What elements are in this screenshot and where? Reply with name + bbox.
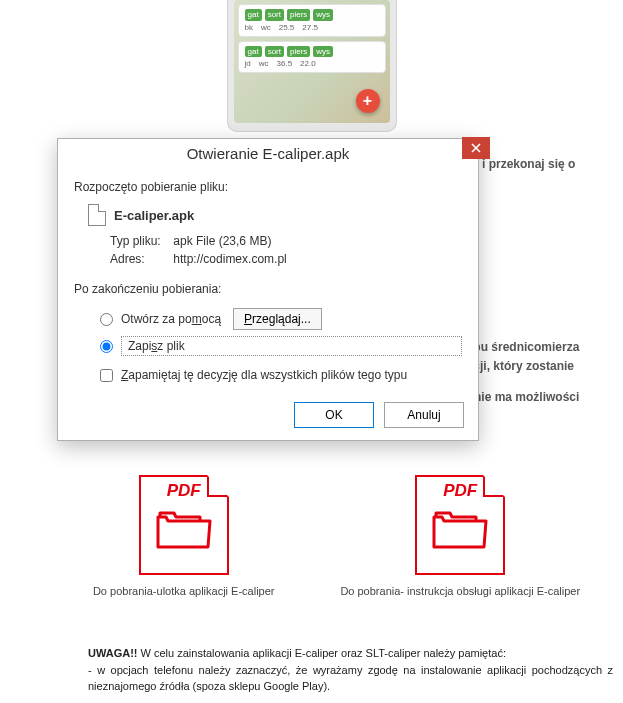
tag: sort — [265, 46, 284, 58]
tag: wys — [313, 46, 333, 58]
pdf-caption: Do pobrania-ulotka aplikacji E-caliper — [93, 585, 275, 597]
pdf-icon: PDF — [139, 475, 229, 575]
file-icon — [88, 204, 106, 226]
background-text: a. — [460, 402, 613, 421]
radio-open-with[interactable] — [100, 313, 113, 326]
card-value: jd — [245, 59, 251, 68]
card-value: bk — [245, 23, 253, 32]
dialog-section-label: Po zakończeniu pobierania: — [74, 282, 462, 296]
warning-strong: UWAGA!! — [88, 647, 138, 659]
card-value: 22.0 — [300, 59, 316, 68]
action-radio-group: Otwórz za pomocą Przeglądaj... Zapisz pl… — [100, 308, 462, 356]
file-address-value: http://codimex.com.pl — [173, 252, 286, 266]
browse-button[interactable]: Przeglądaj... — [233, 308, 322, 330]
ok-button[interactable]: OK — [294, 402, 374, 428]
remember-label: Zapamiętaj tę decyzję dla wszystkich pli… — [121, 368, 407, 382]
file-type-label: Typ pliku: — [110, 234, 170, 248]
pdf-downloads: PDF Do pobrania-ulotka aplikacji E-calip… — [60, 475, 613, 597]
file-name: E-caliper.apk — [114, 208, 194, 223]
add-fab-button[interactable]: + — [356, 89, 380, 113]
tag: piers — [287, 46, 310, 58]
tag: gat — [245, 9, 262, 21]
radio-save-file-label: Zapisz plik — [121, 336, 462, 356]
tag: sort — [265, 9, 284, 21]
file-type-value: apk File (23,6 MB) — [173, 234, 271, 248]
pdf-icon: PDF — [415, 475, 505, 575]
dialog-title: Otwieranie E-caliper.apk — [187, 145, 350, 162]
close-button[interactable] — [462, 137, 490, 159]
phone-screen: gat sort piers wys bk wc 25.5 27.5 gat s… — [234, 0, 390, 123]
warning-line: - w opcjach telefonu należy zaznaczyć, ż… — [88, 664, 613, 693]
radio-save-file[interactable] — [100, 340, 113, 353]
warning-text: UWAGA!! W celu zainstalowania aplikacji … — [88, 645, 613, 695]
remember-checkbox[interactable] — [100, 369, 113, 382]
file-address-row: Adres: http://codimex.com.pl — [110, 252, 462, 266]
card-value: wc — [259, 59, 269, 68]
card-value: wc — [261, 23, 271, 32]
pdf-leaflet[interactable]: PDF Do pobrania-ulotka aplikacji E-calip… — [93, 475, 275, 597]
folder-icon — [432, 507, 488, 549]
background-text: zupu średnicomierza — [460, 338, 613, 357]
dialog-section-label: Rozpoczęto pobieranie pliku: — [74, 180, 462, 194]
file-address-label: Adres: — [110, 252, 170, 266]
tag: gat — [245, 46, 262, 58]
card-value: 27.5 — [302, 23, 318, 32]
card-value: 36.5 — [277, 59, 293, 68]
download-dialog: Otwieranie E-caliper.apk Rozpoczęto pobi… — [57, 138, 479, 441]
list-item: gat sort piers wys jd wc 36.5 22.0 — [238, 41, 386, 74]
card-value: 25.5 — [279, 23, 295, 32]
tag: piers — [287, 9, 310, 21]
file-type-row: Typ pliku: apk File (23,6 MB) — [110, 234, 462, 248]
dialog-body: Rozpoczęto pobieranie pliku: E-caliper.a… — [58, 170, 478, 386]
background-text: cacji, który zostanie — [460, 357, 613, 376]
tag: wys — [313, 9, 333, 21]
list-item: gat sort piers wys bk wc 25.5 27.5 — [238, 4, 386, 37]
dialog-button-row: OK Anuluj — [58, 386, 478, 440]
cancel-button[interactable]: Anuluj — [384, 402, 464, 428]
phone-mockup: gat sort piers wys bk wc 25.5 27.5 gat s… — [227, 0, 397, 132]
folder-icon — [156, 507, 212, 549]
close-icon — [471, 143, 481, 153]
dialog-titlebar: Otwieranie E-caliper.apk — [58, 139, 478, 170]
pdf-caption: Do pobrania- instrukcja obsługi aplikacj… — [340, 585, 580, 597]
radio-open-with-label: Otwórz za pomocą — [121, 312, 221, 326]
warning-line: W celu zainstalowania aplikacji E-calipe… — [138, 647, 506, 659]
pdf-manual[interactable]: PDF Do pobrania- instrukcja obsługi apli… — [340, 475, 580, 597]
